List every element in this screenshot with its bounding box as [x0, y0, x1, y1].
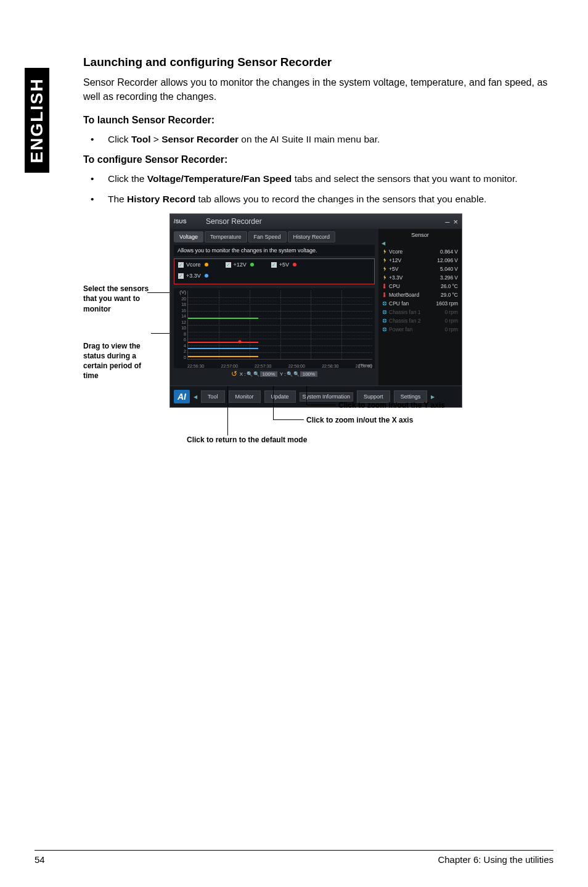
series-line [188, 318, 258, 319]
label: Y : [280, 371, 286, 377]
tab-temperature[interactable]: Temperature [205, 231, 247, 242]
sensor-row: CPU26.0°C [381, 282, 459, 291]
sensor-value: 26.0°C [441, 283, 458, 289]
label: Vcore [186, 262, 201, 268]
side-language-tab: ENGLISH [25, 68, 49, 173]
sensor-row: Chassis fan 20rpm [381, 316, 459, 325]
sensor-value: 5.040V [440, 266, 458, 272]
svg-rect-3 [383, 292, 385, 295]
svg-point-2 [383, 286, 386, 289]
series-line [188, 348, 258, 349]
ai-suite-logo[interactable]: AI [174, 390, 190, 403]
sensor-name: +3.3V [382, 274, 402, 281]
sensor-row: +5V5.040V [381, 265, 459, 273]
callout-line [227, 386, 228, 435]
bottom-monitor-button[interactable]: Monitor [229, 390, 261, 403]
nav-prev-icon[interactable]: ◀ [194, 394, 197, 400]
bottom-update-button[interactable]: Update [264, 390, 296, 403]
y-tick: 18 [181, 302, 186, 307]
color-dot [205, 274, 208, 278]
panel-description: Allows you to monitor the changes in the… [174, 245, 375, 256]
window-buttons: – × [445, 217, 458, 226]
sensor-value: 3.296V [440, 274, 458, 281]
close-button[interactable]: × [453, 217, 458, 226]
x-zoom-control[interactable]: X : 🔍 🔍 100% [240, 371, 277, 377]
checkbox-vcore[interactable]: ✓Vcore [178, 262, 208, 268]
category-tabs: Voltage Temperature Fan Speed History Re… [174, 231, 375, 242]
checkbox-5v[interactable]: ✓+5V [271, 262, 296, 268]
chart-grid[interactable] [187, 291, 372, 360]
text: tabs and select the sensors that you wan… [292, 173, 517, 184]
callout-select-sensors: Select the sensors that you want to moni… [83, 284, 157, 314]
nav-next-icon[interactable]: ▶ [431, 394, 435, 400]
tab-fan-speed[interactable]: Fan Speed [248, 231, 287, 242]
sensor-name: +12V [382, 257, 401, 263]
chapter-label: Chapter 6: Using the utilities [438, 854, 553, 865]
bottom-tool-button[interactable]: Tool [201, 390, 225, 403]
checkbox-3-3v[interactable]: ✓+3.3V [178, 273, 370, 279]
sensor-value: 29.0°C [441, 292, 458, 298]
launch-item: Click Tool > Sensor Recorder on the AI S… [108, 132, 549, 146]
page-number: 54 [35, 854, 45, 865]
y-tick: 0 [184, 355, 186, 360]
sensor-name: CPU fan [382, 300, 409, 307]
zoom-in-icon[interactable]: 🔍 [287, 371, 293, 377]
window-titlebar[interactable]: /SUS Sensor Recorder – × [170, 214, 462, 229]
zoom-percent: 100% [300, 371, 317, 377]
sensor-row: Vcore0.864V [381, 247, 459, 256]
zoom-out-icon[interactable]: 🔍 [253, 371, 259, 377]
sensor-checkbox-group: ✓Vcore ✓+12V ✓+5V ✓+3.3V [174, 258, 375, 284]
tab-history-record[interactable]: History Record [288, 231, 336, 242]
zoom-percent: 100% [260, 371, 277, 377]
x-tick: 22:58:00 [288, 364, 305, 368]
bottom-sysinfo-button[interactable]: System Information [300, 392, 354, 402]
checkbox-12v[interactable]: ✓+12V [226, 262, 254, 268]
callout-line [306, 386, 307, 405]
intro-paragraph: Sensor Recorder allows you to monitor th… [83, 75, 549, 104]
y-tick: 6 [184, 337, 186, 342]
page-footer: 54 Chapter 6: Using the utilities [35, 850, 553, 865]
config-item-2: The History Record tab allows you to rec… [108, 192, 549, 206]
x-tick: 22:57:30 [255, 364, 271, 368]
label: +12V [234, 262, 247, 268]
y-tick: 20 [181, 297, 186, 301]
text: Click the [108, 173, 147, 184]
reset-zoom-button[interactable]: ↺ [231, 369, 237, 378]
text: on the AI Suite II main menu bar. [239, 134, 380, 144]
main-left-pane: Voltage Temperature Fan Speed History Re… [170, 229, 378, 386]
config-list: Click the Voltage/Temperature/Fan Speed … [83, 171, 549, 207]
launch-list: Click Tool > Sensor Recorder on the AI S… [83, 132, 549, 146]
y-tick: 8 [184, 332, 186, 336]
bold-text: History Record [127, 194, 195, 204]
zoom-toolbar: ↺ X : 🔍 🔍 100% Y : 🔍 🔍 100% [174, 368, 375, 381]
sensor-name: +5V [382, 266, 398, 272]
sensor-row: Power fan0rpm [381, 325, 459, 334]
svg-rect-1 [383, 284, 385, 287]
label: +3.3V [186, 273, 201, 279]
section-heading: Launching and configuring Sensor Recorde… [83, 56, 549, 69]
sensor-value: 1603rpm [436, 300, 458, 307]
page-content: Launching and configuring Sensor Recorde… [83, 56, 549, 213]
color-dot [293, 263, 296, 266]
sensor-row: +12V12.096V [381, 256, 459, 265]
sensor-value: 12.096V [437, 257, 458, 263]
sensor-chart[interactable]: (V) 20 18 16 14 12 10 8 6 4 2 0 [174, 288, 375, 368]
left-callouts: Select the sensors that you want to moni… [83, 284, 157, 381]
zoom-out-icon[interactable]: 🔍 [293, 371, 300, 377]
y-zoom-control[interactable]: Y : 🔍 🔍 100% [280, 371, 317, 377]
x-axis-ticks: 22:56:30 22:57:00 22:57:30 22:58:00 22:5… [187, 364, 372, 368]
tab-voltage[interactable]: Voltage [174, 231, 203, 242]
sensor-readout-panel: Sensor ◀ Vcore0.864V+12V12.096V+5V5.040V… [378, 229, 462, 386]
svg-point-4 [383, 295, 386, 297]
callout-line [273, 419, 304, 420]
y-tick: 16 [181, 308, 186, 313]
window-title: Sensor Recorder [203, 217, 445, 226]
sensor-row: CPU fan1603rpm [381, 299, 459, 308]
text: Click [108, 134, 131, 144]
zoom-in-icon[interactable]: 🔍 [247, 371, 253, 377]
svg-text:/SUS: /SUS [174, 218, 187, 225]
scroll-up-icon[interactable]: ◀ [381, 241, 459, 247]
sensor-value: 0rpm [445, 309, 458, 315]
callout-zoom-x: Click to zoom in/out the X axis [306, 416, 413, 424]
minimize-button[interactable]: – [445, 217, 449, 226]
